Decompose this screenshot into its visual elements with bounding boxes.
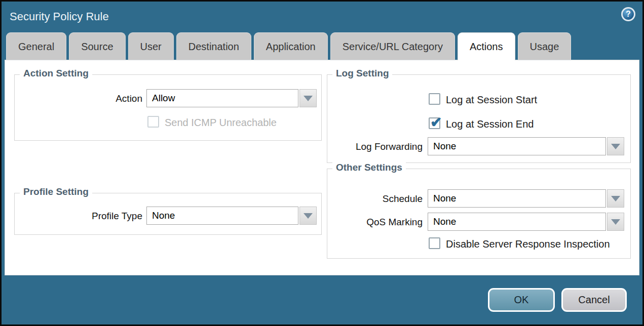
profile-type-select[interactable]: None xyxy=(146,207,317,225)
tab-usage[interactable]: Usage xyxy=(518,32,572,60)
action-setting-group: Action Setting Action Allow Send ICMP Un… xyxy=(14,74,322,141)
log-setting-group: Log Setting Log at Session Start Log at … xyxy=(327,74,631,163)
log-session-end-checkbox[interactable] xyxy=(429,117,440,129)
security-policy-rule-dialog: Security Policy Rule ? General Source Us… xyxy=(0,0,644,326)
schedule-select-arrow-button[interactable] xyxy=(607,189,624,208)
log-session-start-label: Log at Session Start xyxy=(446,94,537,106)
tab-destination[interactable]: Destination xyxy=(176,32,251,60)
profile-setting-title: Profile Setting xyxy=(20,186,92,197)
action-select-arrow-button[interactable] xyxy=(299,89,317,107)
disable-server-response-inspection-checkbox[interactable] xyxy=(429,237,440,249)
log-forwarding-select-arrow-button[interactable] xyxy=(607,137,624,155)
dialog-title: Security Policy Rule xyxy=(10,10,109,23)
send-icmp-label: Send ICMP Unreachable xyxy=(165,117,277,129)
chevron-down-icon xyxy=(304,213,313,219)
disable-server-response-inspection-label: Disable Server Response Inspection xyxy=(446,238,610,250)
schedule-select-value[interactable]: None xyxy=(428,189,606,208)
qos-marking-label: QoS Marking xyxy=(327,217,423,228)
profile-type-select-value[interactable]: None xyxy=(146,207,298,225)
send-icmp-checkbox xyxy=(147,116,159,128)
tab-source[interactable]: Source xyxy=(69,32,125,60)
log-session-start-checkbox[interactable] xyxy=(429,93,440,105)
log-forwarding-select-value[interactable]: None xyxy=(428,137,606,155)
tab-actions[interactable]: Actions xyxy=(458,32,515,60)
cancel-button[interactable]: Cancel xyxy=(561,288,627,312)
chevron-down-icon xyxy=(611,144,620,149)
action-setting-title: Action Setting xyxy=(20,68,92,79)
profile-type-select-arrow-button[interactable] xyxy=(299,207,317,225)
log-forwarding-label: Log Forwarding xyxy=(327,141,423,152)
schedule-select[interactable]: None xyxy=(428,189,624,208)
profile-setting-group: Profile Setting Profile Type None xyxy=(14,193,322,235)
tab-general[interactable]: General xyxy=(6,32,66,60)
tab-user[interactable]: User xyxy=(128,32,174,60)
action-select-value[interactable]: Allow xyxy=(146,89,298,107)
log-setting-title: Log Setting xyxy=(332,68,392,79)
log-forwarding-select[interactable]: None xyxy=(428,137,624,155)
help-icon[interactable]: ? xyxy=(621,7,635,21)
action-select[interactable]: Allow xyxy=(146,89,317,107)
qos-marking-select-value[interactable]: None xyxy=(428,213,606,231)
ok-button[interactable]: OK xyxy=(488,288,555,312)
tab-bar: General Source User Destination Applicat… xyxy=(6,32,571,60)
tab-application[interactable]: Application xyxy=(254,32,328,60)
qos-marking-select-arrow-button[interactable] xyxy=(607,213,624,231)
chevron-down-icon xyxy=(611,219,620,225)
chevron-down-icon xyxy=(611,196,620,201)
log-session-end-label: Log at Session End xyxy=(446,118,534,130)
tab-service-url-category[interactable]: Service/URL Category xyxy=(330,32,455,60)
chevron-down-icon xyxy=(304,96,313,101)
profile-type-label: Profile Type xyxy=(15,211,142,222)
schedule-label: Schedule xyxy=(327,193,423,205)
other-settings-group: Other Settings Schedule None QoS Marking… xyxy=(327,169,631,259)
qos-marking-select[interactable]: None xyxy=(428,213,624,231)
other-settings-title: Other Settings xyxy=(332,162,406,173)
action-label: Action xyxy=(15,93,142,104)
